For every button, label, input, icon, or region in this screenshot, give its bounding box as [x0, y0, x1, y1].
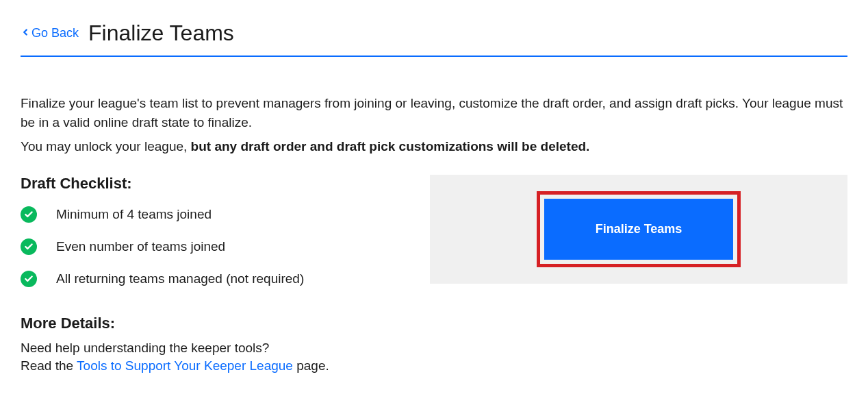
- checklist-item-text: Even number of teams joined: [56, 239, 225, 254]
- intro-p2-prefix: You may unlock your league,: [21, 139, 191, 154]
- more-details-line2: Read the Tools to Support Your Keeper Le…: [21, 357, 403, 376]
- checklist-item: Minimum of 4 teams joined: [21, 206, 403, 223]
- checklist-item-text: All returning teams managed (not require…: [56, 271, 304, 286]
- intro-paragraph-2: You may unlock your league, but any draf…: [21, 137, 847, 157]
- more-details-prefix: Read the: [21, 358, 77, 373]
- check-circle-icon: [21, 238, 37, 255]
- more-details-line1: Need help understanding the keeper tools…: [21, 339, 403, 358]
- finalize-teams-button[interactable]: Finalize Teams: [544, 199, 734, 260]
- page-title: Finalize Teams: [88, 21, 234, 46]
- check-circle-icon: [21, 271, 37, 287]
- go-back-link[interactable]: Go Back: [21, 26, 79, 40]
- more-details-heading: More Details:: [21, 315, 403, 332]
- intro-p2-bold: but any draft order and draft pick custo…: [191, 139, 590, 154]
- draft-checklist-heading: Draft Checklist:: [21, 175, 403, 193]
- highlight-frame: Finalize Teams: [537, 191, 741, 267]
- intro-paragraph-1: Finalize your league's team list to prev…: [21, 94, 847, 132]
- header-divider: [21, 56, 847, 57]
- checklist-item: All returning teams managed (not require…: [21, 271, 403, 287]
- chevron-left-icon: [21, 26, 30, 40]
- draft-checklist: Minimum of 4 teams joined Even number of…: [21, 206, 403, 287]
- keeper-tools-link[interactable]: Tools to Support Your Keeper League: [77, 358, 293, 373]
- more-details-suffix: page.: [293, 358, 329, 373]
- go-back-label: Go Back: [31, 26, 79, 40]
- check-circle-icon: [21, 206, 37, 223]
- action-panel: Finalize Teams: [430, 175, 847, 284]
- checklist-item-text: Minimum of 4 teams joined: [56, 207, 212, 222]
- checklist-item: Even number of teams joined: [21, 238, 403, 255]
